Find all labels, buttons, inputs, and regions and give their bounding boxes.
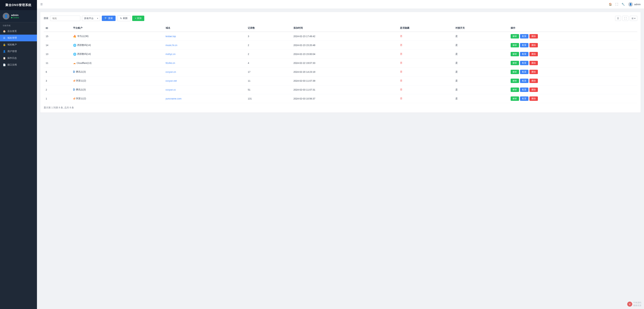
header-right: 🏠 ⛶ 🔧 👤 admin — [609, 2, 641, 7]
cell-domain[interactable]: music.hi.cn — [164, 41, 246, 50]
watermark-line2: 撸撸资源 — [633, 304, 641, 307]
domain-link[interactable]: yuncname.com — [166, 97, 182, 100]
platform-badge: 🔥 华为云(36) — [73, 35, 88, 38]
refresh-button[interactable]: ↻ 刷新 — [117, 16, 130, 21]
cell-hidden[interactable]: 否 — [398, 68, 453, 76]
add-button[interactable]: + 添加 — [132, 16, 144, 21]
cell-actions: 解析 配置 删除 — [508, 32, 637, 41]
delete-button[interactable]: 删除 — [530, 61, 538, 65]
domain-link[interactable]: 91she.cn — [166, 62, 175, 64]
domain-link[interactable]: mxhyz.cn — [166, 53, 176, 56]
sidebar-item-log[interactable]: 📋 操作日志 — [0, 55, 37, 62]
view-expand-btn[interactable]: ⛶ — [622, 16, 628, 21]
config-button[interactable]: 配置 — [520, 96, 528, 101]
delete-button[interactable]: 删除 — [530, 52, 538, 56]
sidebar-item-home[interactable]: 🏠 后台首页 — [0, 28, 37, 34]
resolve-button[interactable]: 解析 — [511, 79, 519, 83]
cell-hidden[interactable]: 否 — [398, 41, 453, 50]
switch-value: 是 — [455, 52, 458, 55]
menu-toggle-icon[interactable]: ☰ — [40, 3, 43, 6]
switch-value: 是 — [455, 35, 458, 38]
cell-domain[interactable]: cccyun.cn — [164, 68, 246, 76]
resolve-button[interactable]: 解析 — [511, 61, 519, 65]
cell-domain[interactable]: 91she.cn — [164, 59, 246, 68]
pagination-text: 显示第 1 到第 8 条, 总共 8 条 — [44, 106, 74, 109]
cell-hidden[interactable]: 否 — [398, 32, 453, 41]
cell-id: 2 — [44, 85, 71, 94]
cell-domain[interactable]: cccyun.net — [164, 76, 246, 85]
search-button[interactable]: 🔍 搜索 — [102, 16, 116, 21]
delete-button[interactable]: 删除 — [530, 43, 538, 48]
cell-hidden[interactable]: 否 — [398, 50, 453, 59]
cell-platform: 🔥 华为云(36) — [71, 32, 164, 41]
action-buttons: 解析 配置 删除 — [511, 34, 635, 38]
delete-button[interactable]: 删除 — [530, 96, 538, 101]
search-label: 搜索 — [44, 17, 48, 20]
settings-icon[interactable]: 🔧 — [622, 3, 625, 6]
user-icon: 👤 — [3, 50, 6, 53]
delete-button[interactable]: 删除 — [530, 70, 538, 74]
search-input[interactable] — [50, 16, 80, 21]
platform-icon: 🔥 — [73, 35, 76, 38]
table-body: 15 🔥 华为云(36) testae.top 3 2024-02-23 17:… — [44, 32, 637, 103]
cell-domain[interactable]: mxhyz.cn — [164, 50, 246, 59]
domain-link[interactable]: cccyun.cn — [166, 70, 176, 73]
pagination-info: 显示第 1 到第 8 条, 总共 8 条 — [44, 106, 637, 109]
resolve-button[interactable]: 解析 — [511, 88, 519, 92]
config-button[interactable]: 配置 — [520, 70, 528, 74]
cell-hidden[interactable]: 否 — [398, 59, 453, 68]
hidden-value: 否 — [400, 79, 402, 82]
fullscreen-icon[interactable]: ⛶ — [616, 3, 618, 6]
main-card: 搜索 所有平台 华为云 西部数码 腾讯云 阿里云 Cloudflare 🔍 搜索 — [40, 12, 641, 112]
view-grid-btn[interactable]: ⊞ ▾ — [630, 16, 637, 21]
cell-hidden[interactable]: 否 — [398, 85, 453, 94]
delete-button[interactable]: 删除 — [530, 34, 538, 38]
sidebar-username: admin — [11, 14, 19, 16]
cell-addtime: 2024-02-23 15:00:04 — [292, 50, 398, 59]
cell-id: 13 — [44, 50, 71, 59]
sidebar-item-account[interactable]: 🔒 域名账户 — [0, 41, 37, 48]
config-button[interactable]: 配置 — [520, 43, 528, 48]
cell-switch: 是 — [453, 59, 508, 68]
cell-domain[interactable]: yuncname.com — [164, 94, 246, 103]
config-button[interactable]: 配置 — [520, 88, 528, 92]
config-button[interactable]: 配置 — [520, 34, 528, 38]
platform-badge: ↺ 阿里云(2) — [73, 79, 86, 82]
resolve-button[interactable]: 解析 — [511, 52, 519, 56]
delete-button[interactable]: 删除 — [530, 79, 538, 83]
sidebar-item-domain[interactable]: ☰ 域名管理 — [0, 34, 37, 41]
sidebar-item-api[interactable]: 📄 接口文档 — [0, 62, 37, 68]
sidebar-item-home-label: 后台首页 — [8, 30, 17, 33]
resolve-button[interactable]: 解析 — [511, 96, 519, 101]
cell-hidden[interactable]: 否 — [398, 76, 453, 85]
status-label: Online — [13, 16, 19, 19]
domain-link[interactable]: testae.top — [166, 35, 176, 38]
col-platform: 平台账户 — [71, 24, 164, 32]
cell-hidden[interactable]: 否 — [398, 94, 453, 103]
cell-actions: 解析 配置 删除 — [508, 59, 637, 68]
resolve-button[interactable]: 解析 — [511, 34, 519, 38]
cell-addtime: 2024-02-20 14:23:19 — [292, 68, 398, 76]
cell-switch: 是 — [453, 85, 508, 94]
platform-select-wrapper: 所有平台 华为云 西部数码 腾讯云 阿里云 Cloudflare — [82, 16, 100, 21]
watermark: V 牛角源码 撸撸资源 — [627, 301, 641, 307]
domain-link[interactable]: cccyun.net — [166, 80, 177, 82]
delete-button[interactable]: 删除 — [530, 88, 538, 92]
config-button[interactable]: 配置 — [520, 61, 528, 65]
config-button[interactable]: 配置 — [520, 52, 528, 56]
platform-icon: D — [73, 88, 75, 91]
sidebar-item-user[interactable]: 👤 用户管理 — [0, 48, 37, 55]
home-header-icon[interactable]: 🏠 — [609, 3, 612, 6]
lock-icon: 🔒 — [3, 43, 6, 46]
resolve-button[interactable]: 解析 — [511, 70, 519, 74]
domain-link[interactable]: cccyun.cc — [166, 88, 176, 91]
cell-domain[interactable]: testae.top — [164, 32, 246, 41]
cell-domain[interactable]: cccyun.cc — [164, 85, 246, 94]
resolve-button[interactable]: 解析 — [511, 43, 519, 48]
action-buttons: 解析 配置 删除 — [511, 79, 635, 83]
view-table-btn[interactable]: ☰ — [615, 16, 621, 21]
platform-select[interactable]: 所有平台 华为云 西部数码 腾讯云 阿里云 Cloudflare — [82, 16, 100, 21]
config-button[interactable]: 配置 — [520, 79, 528, 83]
domain-link[interactable]: music.hi.cn — [166, 44, 178, 46]
hidden-value: 否 — [400, 44, 402, 46]
